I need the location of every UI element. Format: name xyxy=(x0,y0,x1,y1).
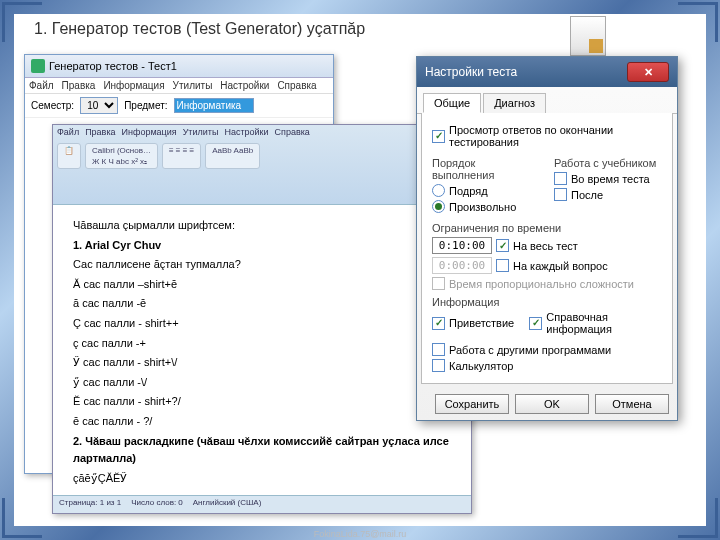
close-button[interactable]: ✕ xyxy=(627,62,669,82)
menu-info[interactable]: Информация xyxy=(103,80,164,91)
generator-titlebar[interactable]: Генератор тестов - Тест1 xyxy=(25,55,333,78)
time-total-checkbox[interactable] xyxy=(496,239,509,252)
semester-select[interactable]: 10 xyxy=(80,97,118,114)
other-programs-checkbox[interactable] xyxy=(432,343,445,356)
order-random-label: Произвольно xyxy=(449,201,516,213)
doc-line: Ĕ сас палли - shirt+?/ xyxy=(73,393,451,411)
time-total-label: На весь тест xyxy=(513,240,578,252)
time-proportional-checkbox xyxy=(432,277,445,290)
textbook-after-label: После xyxy=(571,189,603,201)
doc-line: Ӳ сас палли - shirt+\/ xyxy=(73,354,451,372)
greeting-checkbox[interactable] xyxy=(432,317,445,330)
ok-button[interactable]: OK xyxy=(515,394,589,414)
word-tab[interactable]: Файл xyxy=(57,127,79,137)
ribbon-styles[interactable]: AaBb AaBb xyxy=(205,143,260,169)
cancel-button[interactable]: Отмена xyxy=(595,394,669,414)
status-words: Число слов: 0 xyxy=(131,498,183,511)
doc-line: ӳ сас палли -\/ xyxy=(73,374,451,392)
word-ribbon: Файл Правка Информация Утилиты Настройки… xyxy=(53,125,471,205)
menu-file[interactable]: Файл xyxy=(29,80,54,91)
calculator-label: Калькулятор xyxy=(449,360,513,372)
greeting-label: Приветствие xyxy=(449,317,514,329)
generator-title-text: Генератор тестов - Тест1 xyxy=(49,60,177,72)
doc-line: Сас паллисене ăçтан тупмалла? xyxy=(73,256,451,274)
time-section-title: Ограничения по времени xyxy=(432,222,662,234)
textbook-during-checkbox[interactable] xyxy=(554,172,567,185)
menu-settings[interactable]: Настройки xyxy=(220,80,269,91)
settings-dialog: Настройки теста ✕ Общие Диагноз Просмотр… xyxy=(416,56,678,421)
textbook-during-label: Во время теста xyxy=(571,173,650,185)
dialog-title-text: Настройки теста xyxy=(425,65,517,79)
calculator-checkbox[interactable] xyxy=(432,359,445,372)
reference-label: Справочная информация xyxy=(546,311,662,335)
word-window: Файл Правка Информация Утилиты Настройки… xyxy=(52,124,472,514)
doc-line: ă сас палли -ĕ xyxy=(73,295,451,313)
order-sequential-radio[interactable] xyxy=(432,184,445,197)
info-section-title: Информация xyxy=(432,296,662,308)
doc-line: ç сас палли -+ xyxy=(73,335,451,353)
preview-checkbox[interactable] xyxy=(432,130,445,143)
time-proportional-label: Время пропорционально сложности xyxy=(449,278,634,290)
subject-label: Предмет: xyxy=(124,100,167,111)
ribbon-clipboard[interactable]: 📋 xyxy=(57,143,81,169)
word-document-body[interactable]: Чăвашла çырмалли шрифтсем: 1. Arial Cyr … xyxy=(53,205,471,485)
order-random-radio[interactable] xyxy=(432,200,445,213)
word-tab[interactable]: Настройки xyxy=(224,127,268,137)
semester-label: Семестр: xyxy=(31,100,74,111)
save-button[interactable]: Сохранить xyxy=(435,394,509,414)
word-tab[interactable]: Информация xyxy=(122,127,177,137)
doc-line: ĕ сас палли - ?/ xyxy=(73,413,451,431)
time-each-input[interactable] xyxy=(432,257,492,274)
order-section-title: Порядок выполнения xyxy=(432,157,540,181)
time-each-label: На каждый вопрос xyxy=(513,260,608,272)
ribbon-para[interactable]: ≡ ≡ ≡ ≡ xyxy=(162,143,201,169)
doc-line: 1. Arial Cyr Chuv xyxy=(73,237,451,255)
textbook-after-checkbox[interactable] xyxy=(554,188,567,201)
preview-label: Просмотр ответов по окончании тестирован… xyxy=(449,124,662,148)
subject-input[interactable] xyxy=(174,98,254,113)
slide-title: 1. Генератор тестов (Test Generator) уçа… xyxy=(34,20,365,38)
menu-utils[interactable]: Утилиты xyxy=(173,80,213,91)
time-total-input[interactable] xyxy=(432,237,492,254)
doc-heading2: 2. Чăваш раскладкипе (чăваш чĕлхи комисс… xyxy=(73,433,451,468)
order-sequential-label: Подряд xyxy=(449,185,488,197)
reference-checkbox[interactable] xyxy=(529,317,542,330)
word-tab[interactable]: Правка xyxy=(85,127,115,137)
app-icon-small xyxy=(31,59,45,73)
doc-line: çăĕӳÇĂĔӲ xyxy=(73,470,451,485)
time-each-checkbox[interactable] xyxy=(496,259,509,272)
app-icon xyxy=(570,16,606,56)
footer-credit: FokinaLida.75@mail.ru xyxy=(314,529,407,539)
doc-heading: Чăвашла çырмалли шрифтсем: xyxy=(73,217,451,235)
status-page: Страница: 1 из 1 xyxy=(59,498,121,511)
word-tab[interactable]: Справка xyxy=(275,127,310,137)
menu-edit[interactable]: Правка xyxy=(62,80,96,91)
ribbon-font[interactable]: Calibri (Основ…Ж К Ч abc x² x₂ xyxy=(85,143,158,169)
menu-help[interactable]: Справка xyxy=(277,80,316,91)
tab-diagnosis[interactable]: Диагноз xyxy=(483,93,546,113)
dialog-titlebar[interactable]: Настройки теста ✕ xyxy=(417,57,677,87)
doc-line: Ç сас палли - shirt++ xyxy=(73,315,451,333)
textbook-section-title: Работа с учебником xyxy=(554,157,662,169)
generator-menubar[interactable]: Файл Правка Информация Утилиты Настройки… xyxy=(25,78,333,94)
close-icon: ✕ xyxy=(644,66,653,79)
doc-line: Ă сас палли –shirt+ĕ xyxy=(73,276,451,294)
word-tab[interactable]: Утилиты xyxy=(183,127,219,137)
tab-general[interactable]: Общие xyxy=(423,93,481,113)
other-programs-label: Работа с другими программами xyxy=(449,344,611,356)
word-statusbar: Страница: 1 из 1 Число слов: 0 Английски… xyxy=(53,495,471,513)
status-lang: Английский (США) xyxy=(193,498,262,511)
